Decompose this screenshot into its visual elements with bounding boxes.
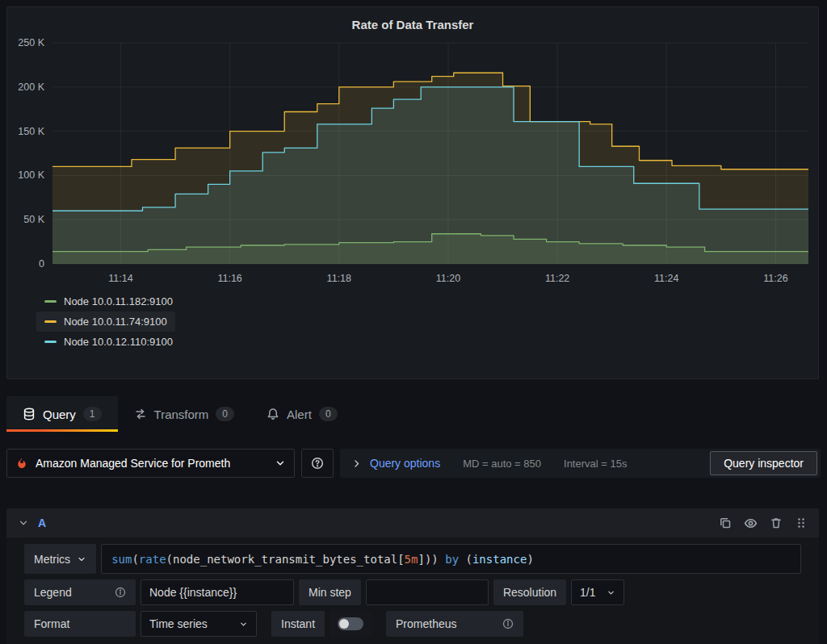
instant-switch[interactable] <box>338 617 363 630</box>
legend-label-text: Legend <box>34 586 72 599</box>
legend-swatch <box>44 320 57 323</box>
svg-text:50 K: 50 K <box>23 214 44 225</box>
datasource-row: Amazon Managed Service for Prometh Query… <box>6 449 821 478</box>
query-row-body: Metrics sum(rate(node_network_transmit_b… <box>6 537 819 644</box>
format-label-text: Format <box>34 617 69 630</box>
panel-title: Rate of Data Transfer <box>7 7 818 31</box>
tab-transform-label: Transform <box>154 408 209 421</box>
chevron-down-icon <box>607 588 615 597</box>
svg-text:200 K: 200 K <box>18 82 44 93</box>
svg-text:150 K: 150 K <box>18 126 44 137</box>
datasource-help-button[interactable] <box>301 449 334 478</box>
query-options-toggle[interactable]: Query options <box>370 457 440 470</box>
toggle-visibility-button[interactable] <box>744 516 758 530</box>
query-editor-row: A <box>6 508 819 644</box>
svg-text:11:22: 11:22 <box>545 273 569 284</box>
format-field-label: Format <box>24 611 136 637</box>
legend-swatch <box>44 300 57 303</box>
info-icon[interactable] <box>115 587 126 598</box>
drag-handle[interactable] <box>795 516 808 529</box>
tab-alert[interactable]: Alert 0 <box>250 396 354 432</box>
datasource-type-text: Prometheus <box>396 617 456 630</box>
promql-expression: sum(rate(node_network_transmit_bytes_tot… <box>111 553 534 566</box>
trash-icon <box>770 516 783 529</box>
min-step-field-label: Min step <box>299 579 361 605</box>
svg-text:11:18: 11:18 <box>327 273 351 284</box>
bell-icon <box>267 408 279 420</box>
chevron-down-icon <box>239 620 248 629</box>
legend-item[interactable]: Node 10.0.11.182:9100 <box>36 291 181 312</box>
metrics-dropdown-label: Metrics <box>34 553 70 566</box>
query-ref-id: A <box>38 516 46 529</box>
drag-dots-icon <box>795 516 808 529</box>
resolution-select[interactable]: 1/1 <box>571 579 624 605</box>
prometheus-icon <box>15 457 28 470</box>
delete-query-button[interactable] <box>770 516 783 529</box>
legend-item[interactable]: Node 10.0.11.74:9100 <box>36 312 175 332</box>
promql-query-input[interactable]: sum(rate(node_network_transmit_bytes_tot… <box>101 544 801 574</box>
resolution-field-label: Resolution <box>493 579 566 605</box>
interval-text: Interval = 15s <box>564 458 627 470</box>
instant-toggle[interactable] <box>330 611 372 637</box>
chevron-right-icon <box>351 458 362 469</box>
datasource-picker-value: Amazon Managed Service for Prometh <box>36 457 267 470</box>
timeseries-panel: Rate of Data Transfer 050 K100 K150 K200… <box>6 6 819 379</box>
resolution-label-text: Resolution <box>503 586 556 599</box>
svg-text:11:24: 11:24 <box>654 273 678 284</box>
legend-field-label: Legend <box>24 579 136 605</box>
question-circle-icon <box>311 457 324 470</box>
resolution-value: 1/1 <box>580 586 595 599</box>
grafana-panel-editor: Rate of Data Transfer 050 K100 K150 K200… <box>0 0 827 644</box>
tab-alert-count: 0 <box>319 407 338 421</box>
tab-transform[interactable]: Transform 0 <box>118 396 250 432</box>
tab-query-count: 1 <box>83 407 102 421</box>
tab-query[interactable]: Query 1 <box>6 396 118 432</box>
chevron-down-icon <box>77 554 86 564</box>
format-select[interactable]: Time series <box>141 611 257 637</box>
editor-tabs: Query 1 Transform 0 Alert 0 <box>6 396 354 432</box>
collapse-chevron-icon[interactable] <box>18 517 29 529</box>
legend-format-input[interactable] <box>141 579 294 605</box>
svg-text:11:14: 11:14 <box>108 273 132 284</box>
query-row-header[interactable]: A <box>6 508 819 537</box>
datasource-type-label: Prometheus <box>386 611 523 637</box>
instant-label-text: Instant <box>281 617 315 630</box>
tab-query-label: Query <box>43 408 76 421</box>
svg-text:11:16: 11:16 <box>217 273 241 284</box>
format-value: Time series <box>149 617 208 630</box>
datasource-picker[interactable]: Amazon Managed Service for Prometh <box>6 449 295 478</box>
metrics-dropdown[interactable]: Metrics <box>24 544 96 574</box>
svg-text:11:20: 11:20 <box>436 273 460 284</box>
tab-transform-count: 0 <box>216 407 234 421</box>
legend-label: Node 10.0.12.110:9100 <box>64 336 173 348</box>
svg-text:0: 0 <box>39 258 44 270</box>
tab-alert-label: Alert <box>287 408 312 421</box>
chart-legend: Node 10.0.11.182:9100Node 10.0.11.74:910… <box>36 291 818 352</box>
query-row-actions <box>719 516 808 530</box>
min-step-input[interactable] <box>366 579 489 605</box>
query-options-bar[interactable]: Query options MD = auto = 850 Interval =… <box>340 449 821 478</box>
svg-text:11:26: 11:26 <box>763 273 787 284</box>
query-inspector-button[interactable]: Query inspector <box>710 451 817 475</box>
info-icon[interactable] <box>502 618 514 629</box>
chevron-down-icon <box>275 458 286 469</box>
duplicate-query-button[interactable] <box>719 516 732 529</box>
legend-item[interactable]: Node 10.0.12.110:9100 <box>36 332 181 352</box>
max-data-points-text: MD = auto = 850 <box>463 458 541 470</box>
legend-label: Node 10.0.11.74:9100 <box>64 316 167 328</box>
min-step-label-text: Min step <box>309 586 351 599</box>
legend-label: Node 10.0.11.182:9100 <box>64 295 173 307</box>
svg-text:250 K: 250 K <box>18 38 44 48</box>
copy-icon <box>719 516 732 529</box>
timeseries-chart[interactable]: 050 K100 K150 K200 K250 K11:1411:1611:18… <box>10 38 817 290</box>
eye-icon <box>744 516 758 530</box>
legend-swatch <box>44 341 57 343</box>
instant-field-label: Instant <box>271 611 325 637</box>
database-icon <box>23 408 36 420</box>
transform-icon <box>134 408 147 420</box>
svg-text:100 K: 100 K <box>18 169 44 181</box>
